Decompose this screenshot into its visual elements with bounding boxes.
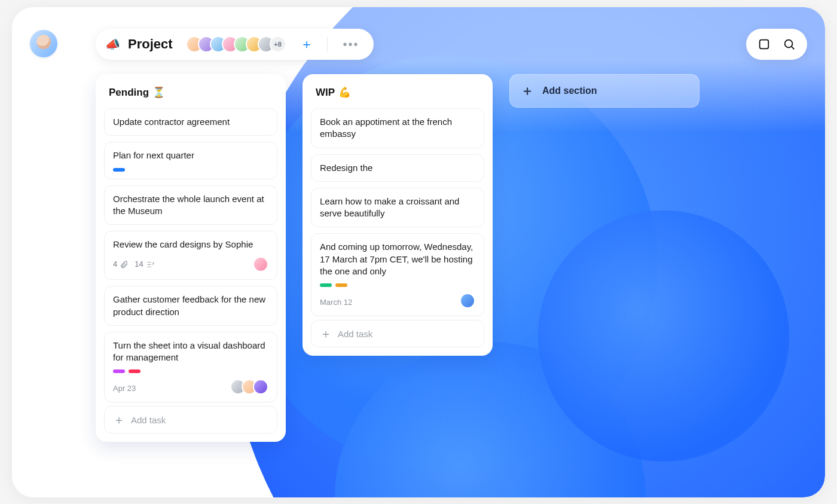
- add-task-button[interactable]: ＋Add task: [104, 406, 277, 433]
- task-text: Update contractor agreement: [113, 116, 268, 128]
- task-text: Redesign the: [320, 162, 475, 174]
- add-task-button[interactable]: ＋Add task: [311, 320, 484, 347]
- task-card[interactable]: Review the card designs by Sophie4 14: [104, 231, 277, 280]
- task-assignees[interactable]: [253, 256, 268, 272]
- divider: [327, 37, 328, 51]
- task-card[interactable]: Update contractor agreement: [104, 108, 277, 136]
- column-title[interactable]: Pending ⏳: [104, 86, 277, 99]
- task-card[interactable]: Gather customer feedback for the new pro…: [104, 286, 277, 326]
- task-text: Turn the sheet into a visual dashboard f…: [113, 340, 268, 364]
- task-text: Gather customer feedback for the new pro…: [113, 294, 268, 318]
- column-emoji: 💪: [338, 86, 351, 99]
- project-icon: 📣: [105, 37, 120, 51]
- subtask-count: 14: [135, 259, 154, 270]
- column-emoji: ⏳: [152, 86, 165, 99]
- avatar-overflow[interactable]: +8: [270, 36, 286, 53]
- svg-line-2: [792, 47, 794, 49]
- task-text: Review the card designs by Sophie: [113, 239, 268, 251]
- plus-icon: ＋: [521, 82, 534, 100]
- task-card[interactable]: Orchestrate the whole launch event at th…: [104, 185, 277, 225]
- board-column: WIP 💪Book an appotiment at the french em…: [303, 74, 493, 356]
- column-title[interactable]: WIP 💪: [311, 86, 484, 99]
- task-text: And coming up tomorrow, Wednesday, 17 Ma…: [320, 241, 475, 277]
- task-meta: March 12: [320, 293, 475, 308]
- task-meta: Apr 23: [113, 379, 268, 395]
- task-tags: [113, 369, 268, 373]
- task-assignees[interactable]: [230, 379, 268, 395]
- user-avatar[interactable]: [30, 30, 57, 57]
- panel-icon[interactable]: [757, 37, 771, 51]
- plus-icon: ＋: [113, 414, 125, 426]
- attachment-count: 4: [113, 259, 129, 270]
- svg-point-1: [785, 40, 793, 48]
- task-card[interactable]: Redesign the: [311, 154, 484, 182]
- kanban-board: Pending ⏳Update contractor agreementPlan…: [96, 74, 699, 442]
- plus-icon: ＋: [320, 328, 332, 340]
- task-date: March 12: [320, 297, 352, 308]
- top-right-controls: [746, 29, 807, 60]
- task-date: Apr 23: [113, 383, 136, 394]
- task-text: Plan for next quarter: [113, 149, 268, 161]
- task-meta: 4 14: [113, 256, 268, 272]
- more-menu-button[interactable]: •••: [340, 38, 363, 51]
- task-card[interactable]: Turn the sheet into a visual dashboard f…: [104, 332, 277, 403]
- task-card[interactable]: Book an appotiment at the french embassy: [311, 108, 484, 148]
- svg-rect-0: [760, 40, 769, 49]
- add-member-button[interactable]: ＋: [298, 36, 315, 53]
- task-assignees[interactable]: [460, 293, 475, 308]
- task-card[interactable]: And coming up tomorrow, Wednesday, 17 Ma…: [311, 233, 484, 316]
- search-icon[interactable]: [782, 37, 796, 51]
- task-card[interactable]: Plan for next quarter: [104, 142, 277, 179]
- project-title[interactable]: Project: [128, 36, 173, 52]
- add-section-button[interactable]: ＋Add section: [509, 74, 699, 108]
- task-text: Learn how to make a croissant and serve …: [320, 196, 475, 220]
- task-tags: [113, 168, 268, 172]
- task-tags: [320, 283, 475, 287]
- project-header: 📣 Project +8 ＋ •••: [96, 29, 374, 60]
- board-column: Pending ⏳Update contractor agreementPlan…: [96, 74, 286, 442]
- member-avatars[interactable]: +8: [186, 36, 286, 53]
- task-text: Orchestrate the whole launch event at th…: [113, 193, 268, 218]
- task-card[interactable]: Learn how to make a croissant and serve …: [311, 188, 484, 228]
- task-text: Book an appotiment at the french embassy: [320, 116, 475, 140]
